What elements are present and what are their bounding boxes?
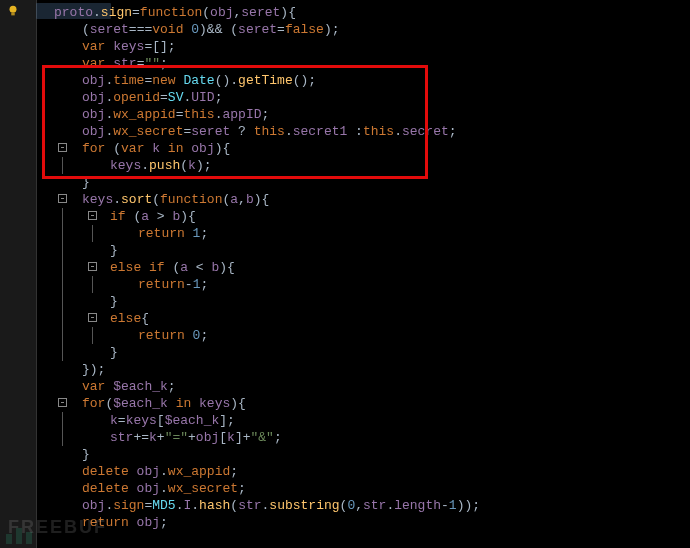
code-line[interactable]: keys.sort(function(a,b){ — [44, 191, 690, 208]
code-text: keys.push(k); — [44, 158, 211, 173]
code-text: k=keys[$each_k]; — [44, 413, 235, 428]
code-text: delete obj.wx_secret; — [44, 481, 246, 496]
fold-icon[interactable] — [58, 194, 67, 203]
fold-icon[interactable] — [88, 262, 97, 271]
fold-icon[interactable] — [88, 211, 97, 220]
indent-guide — [62, 310, 63, 327]
lightbulb-icon[interactable] — [6, 4, 20, 18]
code-text: obj.time=new Date().getTime(); — [44, 73, 316, 88]
indent-guide — [92, 327, 93, 344]
code-text: obj.wx_appid=this.appID; — [44, 107, 269, 122]
code-line[interactable]: proto.sign=function(obj,seret){ — [44, 4, 690, 21]
fold-icon[interactable] — [58, 143, 67, 152]
code-line[interactable]: } — [44, 446, 690, 463]
code-text: obj.openid=SV.UID; — [44, 90, 222, 105]
code-text: str+=k+"="+obj[k]+"&"; — [44, 430, 282, 445]
code-line[interactable]: keys.push(k); — [44, 157, 690, 174]
code-line[interactable]: delete obj.wx_appid; — [44, 463, 690, 480]
code-line[interactable]: } — [44, 242, 690, 259]
indent-guide — [62, 293, 63, 310]
code-line[interactable]: obj.sign=MD5.I.hash(str.substring(0,str.… — [44, 497, 690, 514]
indent-guide — [62, 276, 63, 293]
code-line[interactable]: return 1; — [44, 225, 690, 242]
code-text: for($each_k in keys){ — [44, 396, 246, 411]
indent-guide — [62, 429, 63, 446]
indent-guide — [62, 259, 63, 276]
code-line[interactable]: obj.time=new Date().getTime(); — [44, 72, 690, 89]
fold-icon[interactable] — [58, 398, 67, 407]
code-text: } — [44, 345, 118, 360]
indent-guide — [62, 344, 63, 361]
indent-guide — [62, 327, 63, 344]
code-line[interactable]: (seret===void 0)&& (seret=false); — [44, 21, 690, 38]
indent-guide — [62, 208, 63, 225]
code-line[interactable]: var $each_k; — [44, 378, 690, 395]
indent-guide — [62, 412, 63, 429]
code-line[interactable]: return 0; — [44, 327, 690, 344]
indent-guide — [62, 242, 63, 259]
code-line[interactable]: k=keys[$each_k]; — [44, 412, 690, 429]
svg-point-0 — [10, 6, 17, 13]
code-area[interactable]: proto.sign=function(obj,seret){(seret===… — [36, 0, 690, 548]
code-line[interactable]: } — [44, 174, 690, 191]
code-text: return 1; — [44, 226, 208, 241]
code-editor[interactable]: proto.sign=function(obj,seret){(seret===… — [0, 0, 690, 548]
code-text: return-1; — [44, 277, 208, 292]
code-text: obj.wx_secret=seret ? this.secret1 :this… — [44, 124, 457, 139]
code-line[interactable]: else{ — [44, 310, 690, 327]
code-line[interactable]: var str=""; — [44, 55, 690, 72]
code-text: if (a > b){ — [44, 209, 196, 224]
code-text: } — [44, 294, 118, 309]
code-line[interactable]: } — [44, 344, 690, 361]
code-text: var str=""; — [44, 56, 168, 71]
gutter — [0, 0, 37, 548]
code-line[interactable]: obj.wx_secret=seret ? this.secret1 :this… — [44, 123, 690, 140]
code-line[interactable]: }); — [44, 361, 690, 378]
code-line[interactable]: var keys=[]; — [44, 38, 690, 55]
indent-guide — [92, 276, 93, 293]
code-text: else if (a < b){ — [44, 260, 235, 275]
code-text: (seret===void 0)&& (seret=false); — [44, 22, 340, 37]
code-text: obj.sign=MD5.I.hash(str.substring(0,str.… — [44, 498, 480, 513]
code-line[interactable]: for (var k in obj){ — [44, 140, 690, 157]
code-text: keys.sort(function(a,b){ — [44, 192, 269, 207]
code-line[interactable]: return-1; — [44, 276, 690, 293]
code-line[interactable]: if (a > b){ — [44, 208, 690, 225]
code-text: var keys=[]; — [44, 39, 176, 54]
code-line[interactable]: obj.openid=SV.UID; — [44, 89, 690, 106]
indent-guide — [62, 157, 63, 174]
fold-icon[interactable] — [88, 313, 97, 322]
code-line[interactable]: str+=k+"="+obj[k]+"&"; — [44, 429, 690, 446]
code-text: for (var k in obj){ — [44, 141, 230, 156]
code-text: } — [44, 243, 118, 258]
indent-guide — [92, 225, 93, 242]
code-text: delete obj.wx_appid; — [44, 464, 238, 479]
code-line[interactable]: for($each_k in keys){ — [44, 395, 690, 412]
code-line[interactable]: else if (a < b){ — [44, 259, 690, 276]
code-text: } — [44, 447, 90, 462]
code-line[interactable]: delete obj.wx_secret; — [44, 480, 690, 497]
code-text: var $each_k; — [44, 379, 176, 394]
code-line[interactable]: return obj; — [44, 514, 690, 531]
code-line[interactable]: obj.wx_appid=this.appID; — [44, 106, 690, 123]
code-text: }); — [44, 362, 105, 377]
code-text: return obj; — [44, 515, 168, 530]
code-line[interactable]: } — [44, 293, 690, 310]
indent-guide — [62, 225, 63, 242]
code-text: proto.sign=function(obj,seret){ — [44, 5, 296, 20]
svg-rect-1 — [11, 13, 15, 16]
code-text: } — [44, 175, 90, 190]
code-text: return 0; — [44, 328, 208, 343]
